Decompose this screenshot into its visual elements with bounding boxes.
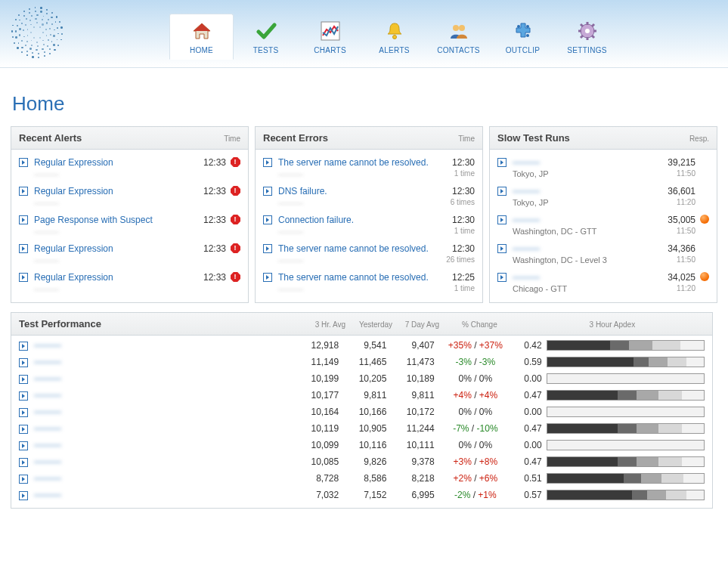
column-yesterday: Yesterday: [345, 320, 392, 329]
slow-link[interactable]: ———: [513, 186, 654, 196]
error-time: 12:301 time: [433, 215, 475, 235]
error-sub: ———: [278, 198, 433, 207]
alert-link[interactable]: Regular Expression: [34, 272, 184, 283]
panel-recent-alerts: Recent Alerts Time Regular Expression———…: [11, 126, 249, 303]
play-icon[interactable]: [19, 158, 28, 167]
panel-header: Recent Errors Time: [256, 127, 482, 150]
nav-home[interactable]: HOME: [169, 14, 234, 60]
perf-name-link[interactable]: ———: [34, 390, 61, 401]
perf-row: ———11,14911,46511,473-3% / -3%0.59: [19, 354, 705, 370]
alert-link[interactable]: Regular Expression: [34, 157, 184, 168]
error-time: 12:3026 times: [433, 243, 475, 264]
play-icon[interactable]: [19, 187, 28, 196]
play-icon[interactable]: [497, 244, 507, 253]
nav-alerts[interactable]: ALERTS: [362, 14, 426, 60]
alert-time: 12:33: [184, 157, 226, 168]
play-icon[interactable]: [263, 215, 272, 224]
perf-name-cell: ———: [19, 340, 291, 351]
page-body: Home Recent Alerts Time Regular Expressi…: [0, 68, 728, 522]
perf-7day: 10,172: [386, 407, 434, 417]
slow-link[interactable]: ———: [513, 272, 654, 283]
perf-name-link[interactable]: ———: [34, 357, 61, 367]
play-icon[interactable]: [19, 215, 28, 224]
perf-7day: 9,811: [386, 390, 434, 401]
perf-name-link[interactable]: ———: [34, 490, 61, 500]
play-icon[interactable]: [19, 244, 28, 253]
play-icon[interactable]: [19, 408, 28, 417]
svg-point-7: [526, 25, 529, 28]
error-row: DNS failure.———12:306 times: [263, 181, 475, 210]
alert-link[interactable]: Page Response with Suspect: [34, 215, 184, 225]
slow-row: ———Tokyo, JP39,21511:50: [497, 153, 709, 181]
perf-name-cell: ———: [19, 473, 291, 484]
play-icon[interactable]: [263, 158, 272, 167]
perf-3hr: 7,032: [291, 490, 339, 500]
play-icon[interactable]: [497, 273, 507, 282]
play-icon[interactable]: [19, 358, 28, 367]
play-icon[interactable]: [19, 342, 28, 351]
play-icon[interactable]: [497, 215, 507, 224]
play-icon[interactable]: [19, 375, 28, 384]
perf-name-link[interactable]: ———: [34, 340, 61, 351]
play-icon[interactable]: [19, 391, 28, 401]
perf-yesterday: 9,811: [339, 390, 386, 401]
play-icon[interactable]: [19, 273, 28, 282]
svg-point-3: [392, 36, 396, 39]
perf-apdex-value: 0.00: [516, 373, 547, 384]
perf-yesterday: 9,541: [339, 340, 386, 351]
slow-link[interactable]: ———: [513, 157, 654, 168]
play-icon[interactable]: [19, 475, 28, 484]
alerts-icon: [363, 19, 426, 43]
perf-row: ———12,9189,5419,407+35% / +37%0.42: [19, 337, 705, 354]
svg-marker-1: [194, 23, 210, 31]
play-icon[interactable]: [497, 158, 507, 167]
nav-contacts[interactable]: CONTACTS: [426, 14, 491, 60]
alert-time: 12:33: [184, 272, 226, 283]
nav-settings[interactable]: SETTINGS: [555, 14, 619, 60]
alert-main: Regular Expression———: [34, 243, 184, 264]
perf-name-link[interactable]: ———: [34, 407, 61, 417]
play-icon[interactable]: [19, 441, 28, 450]
perf-3hr: 10,085: [291, 456, 339, 467]
play-icon[interactable]: [263, 273, 272, 282]
play-icon[interactable]: [19, 425, 28, 434]
perf-apdex-bar: [547, 407, 705, 417]
nav-label: OUTCLIP: [491, 46, 554, 54]
perf-name-link[interactable]: ———: [34, 440, 61, 450]
play-icon[interactable]: [19, 491, 28, 500]
error-link[interactable]: The server name cannot be resolved.: [278, 157, 433, 168]
nav-label: ALERTS: [363, 46, 426, 54]
play-icon[interactable]: [263, 187, 272, 196]
slow-row: ———Washington, DC - Level 334,36611:50: [497, 239, 709, 268]
nav-outclip[interactable]: OUTCLIP: [491, 14, 555, 60]
play-icon[interactable]: [19, 458, 28, 467]
alert-time: 12:33: [184, 186, 226, 196]
error-link[interactable]: The server name cannot be resolved.: [278, 272, 433, 283]
perf-name-link[interactable]: ———: [34, 373, 61, 384]
slow-link[interactable]: ———: [513, 215, 654, 225]
perf-change: -2% / +1%: [435, 490, 517, 500]
slow-link[interactable]: ———: [513, 243, 654, 254]
nav-label: CONTACTS: [427, 46, 490, 54]
perf-apdex-value: 0.51: [516, 473, 547, 484]
error-link[interactable]: The server name cannot be resolved.: [278, 243, 433, 254]
error-link[interactable]: DNS failure.: [278, 186, 433, 196]
play-icon[interactable]: [263, 244, 272, 253]
perf-yesterday: 8,586: [339, 473, 386, 484]
slow-resp: 39,21511:50: [654, 157, 695, 178]
error-link[interactable]: Connection failure.: [278, 215, 433, 225]
alert-link[interactable]: Regular Expression: [34, 186, 184, 196]
perf-row: ———10,19910,20510,1890% / 0%0.00: [19, 370, 705, 387]
perf-name-link[interactable]: ———: [34, 423, 61, 434]
perf-name-link[interactable]: ———: [34, 456, 61, 467]
alert-link[interactable]: Regular Expression: [34, 243, 184, 254]
nav-tests[interactable]: TESTS: [234, 14, 298, 60]
play-icon[interactable]: [497, 187, 507, 196]
perf-3hr: 10,099: [291, 440, 339, 450]
nav-charts[interactable]: CHARTS: [298, 14, 362, 60]
error-sub: ———: [278, 255, 433, 264]
svg-line-16: [592, 36, 594, 38]
perf-name-link[interactable]: ———: [34, 473, 61, 484]
perf-change: +35% / +37%: [435, 340, 517, 351]
panel-test-performance: Test Performance 3 Hr. Avg Yesterday 7 D…: [11, 312, 713, 509]
